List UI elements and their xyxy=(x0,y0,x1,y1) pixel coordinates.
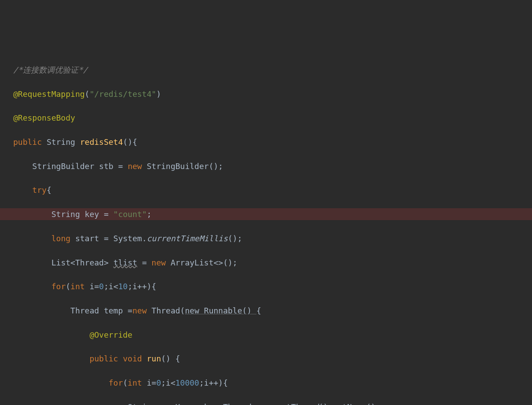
method-name: run xyxy=(147,354,161,363)
number: 0 xyxy=(156,378,161,387)
annotation: @Override xyxy=(89,330,132,339)
var: i xyxy=(147,378,151,387)
anon-class: new Runnable() xyxy=(185,306,257,315)
type: Thread xyxy=(75,258,104,267)
method: currentTimeMillis xyxy=(147,234,227,243)
keyword: new xyxy=(132,306,147,315)
var: i xyxy=(89,282,94,291)
var: key xyxy=(85,210,99,219)
code-line: List<Thread> tlist = new ArrayList<>(); xyxy=(0,257,532,269)
code-line-highlighted: String key = "count"; xyxy=(0,208,532,220)
keyword: for xyxy=(109,378,123,387)
code-line: Thread temp =new Thread(new Runnable() { xyxy=(0,305,532,317)
type: String xyxy=(128,402,156,405)
var: temp xyxy=(104,306,123,315)
annotation: @ResponseBody xyxy=(13,113,75,122)
code-line: long start = System.currentTimeMillis(); xyxy=(0,232,532,244)
code-line: @ResponseBody xyxy=(0,112,532,124)
code-line: @RequestMapping("/redis/test4") xyxy=(0,88,532,100)
var: tlist xyxy=(114,258,137,267)
keyword: void xyxy=(123,354,142,363)
type: Thread xyxy=(151,306,180,315)
method-name: redisSet4 xyxy=(80,137,123,147)
type: List xyxy=(51,258,70,267)
code-line: /*连接数调优验证*/ xyxy=(0,64,532,76)
code-line: for(int i=0;i<10;i++){ xyxy=(0,280,532,292)
keyword: new xyxy=(128,162,142,171)
type: StringBuilder xyxy=(147,162,209,171)
type: Thread xyxy=(70,306,99,315)
var: stb xyxy=(99,162,114,171)
code-line: @Override xyxy=(0,329,532,341)
number: 0 xyxy=(99,282,104,291)
annotation: @RequestMapping xyxy=(13,89,85,99)
code-line: StringBuilder stb = new StringBuilder(); xyxy=(0,160,532,172)
type: String xyxy=(51,210,80,219)
class: System xyxy=(114,234,142,243)
var: start xyxy=(75,234,99,243)
type: Thread xyxy=(223,402,252,405)
code-line: public String redisSet4(){ xyxy=(0,136,532,148)
keyword: new xyxy=(151,258,166,267)
keyword: for xyxy=(51,282,66,291)
keyword: public xyxy=(13,137,42,147)
keyword: long xyxy=(51,234,70,243)
code-line: for(int i=0;i<10000;i++){ xyxy=(0,377,532,389)
type: StringBuilder xyxy=(32,162,94,171)
var-ref: key xyxy=(204,402,219,405)
code-line: public void run() { xyxy=(0,353,532,364)
keyword: int xyxy=(128,378,142,387)
keyword: int xyxy=(70,282,85,291)
number: 10000 xyxy=(176,378,199,387)
code-line: try{ xyxy=(0,184,532,196)
number: 10 xyxy=(118,282,128,291)
method: currentThread xyxy=(257,402,319,405)
keyword: try xyxy=(32,185,47,195)
code-editor[interactable]: /*连接数调优验证*/ @RequestMapping("/redis/test… xyxy=(0,52,532,405)
string: "/redis/test4" xyxy=(89,89,156,99)
method: getName xyxy=(333,402,366,405)
type: String xyxy=(47,137,75,147)
comment: /*连接数调优验证*/ xyxy=(13,65,88,74)
code-line: String newKey = key+Thread.currentThread… xyxy=(0,401,532,405)
string: "count" xyxy=(114,210,147,219)
keyword: public xyxy=(89,354,118,363)
var: newKey xyxy=(161,402,190,405)
type: ArrayList xyxy=(171,258,214,267)
